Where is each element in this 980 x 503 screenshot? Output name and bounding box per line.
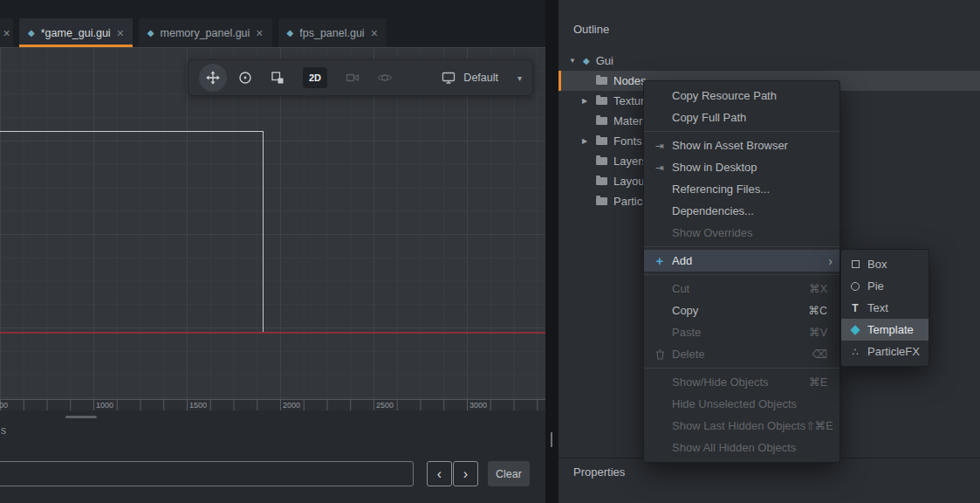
camera-perspective-button bbox=[339, 64, 367, 92]
close-icon[interactable]: × bbox=[371, 27, 378, 39]
display-icon bbox=[441, 70, 456, 86]
orbit-camera-button bbox=[371, 64, 399, 92]
close-icon[interactable]: × bbox=[3, 27, 10, 39]
ruler-tick-label: 3000 bbox=[469, 401, 487, 410]
folder-icon bbox=[596, 77, 607, 85]
submenu-item-text[interactable]: T Text bbox=[841, 297, 929, 319]
desktop-icon: ⇥ bbox=[652, 162, 668, 173]
console-panel: s ‹ › Clear bbox=[0, 410, 545, 503]
rotate-icon bbox=[237, 70, 253, 86]
tab-fps-panel[interactable]: ◆ fps_panel.gui × bbox=[278, 18, 387, 47]
ruler-tick-label: 2000 bbox=[283, 401, 300, 410]
menu-item-show-last-hidden-objects: Show Last Hidden Objects ⇧⌘E bbox=[644, 415, 840, 437]
shortcut-label: ⌘X bbox=[809, 282, 827, 295]
menu-item-show-in-desktop[interactable]: ⇥ Show in Desktop bbox=[644, 156, 840, 178]
shortcut-label: ⇧⌘E bbox=[805, 419, 833, 432]
move-tool-button[interactable] bbox=[199, 64, 227, 92]
layout-selected-value: Default bbox=[463, 72, 498, 84]
tree-label: Nodes bbox=[613, 74, 647, 87]
menu-item-hide-unselected-objects: Hide Unselected Objects bbox=[644, 393, 840, 415]
rotate-tool-button[interactable] bbox=[231, 64, 259, 92]
layout-dropdown[interactable]: Default ▾ bbox=[441, 70, 522, 86]
folder-icon bbox=[596, 177, 607, 185]
clear-button[interactable]: Clear bbox=[488, 461, 530, 486]
outline-item-gui[interactable]: ▼ ◆ Gui bbox=[559, 51, 980, 71]
menu-label: Text bbox=[867, 301, 888, 314]
submenu-item-box[interactable]: Box bbox=[841, 253, 929, 275]
expand-triangle-icon[interactable]: ▼ bbox=[569, 57, 583, 65]
scene-viewport[interactable]: 2D Default ▾ bbox=[0, 47, 545, 410]
menu-label: Copy bbox=[672, 304, 698, 317]
menu-item-copy-full-path[interactable]: Copy Full Path bbox=[644, 107, 840, 128]
menu-label: Show All Hidden Objects bbox=[672, 441, 796, 454]
splitter-handle[interactable] bbox=[551, 432, 552, 447]
x-axis-line bbox=[0, 332, 545, 334]
scale-tool-button[interactable] bbox=[264, 64, 291, 92]
folder-icon bbox=[596, 97, 607, 105]
menu-label: Delete bbox=[672, 348, 705, 361]
menu-label: Show Last Hidden Objects bbox=[672, 419, 805, 432]
menu-label: Pie bbox=[867, 279, 884, 293]
close-icon[interactable]: × bbox=[256, 27, 263, 39]
console-filter-input[interactable] bbox=[0, 461, 414, 486]
folder-icon bbox=[596, 197, 607, 205]
gui-file-icon: ◆ bbox=[287, 29, 294, 38]
gui-bounds-rect bbox=[0, 131, 264, 333]
folder-icon bbox=[596, 117, 607, 125]
scrollbar-handle[interactable] bbox=[65, 416, 97, 418]
2d-mode-toggle[interactable]: 2D bbox=[303, 67, 327, 88]
console-partial-tab-label: s bbox=[1, 424, 6, 437]
tab-hidden-partial[interactable]: × bbox=[0, 18, 13, 47]
gui-file-icon: ◆ bbox=[28, 29, 35, 38]
menu-label: Dependencies... bbox=[672, 204, 754, 217]
outline-panel-title: Outline bbox=[573, 23, 609, 36]
menu-label: Template bbox=[867, 323, 914, 336]
menu-item-dependencies[interactable]: Dependencies... bbox=[644, 200, 840, 222]
menu-item-referencing-files[interactable]: Referencing Files... bbox=[644, 178, 840, 200]
tab-game-gui[interactable]: ◆ *game_gui.gui × bbox=[19, 18, 133, 47]
close-icon[interactable]: × bbox=[117, 27, 124, 39]
menu-label: Show in Desktop bbox=[672, 161, 757, 174]
shortcut-label: ⌘E bbox=[809, 376, 827, 389]
tab-label: *game_gui.gui bbox=[41, 27, 111, 39]
menu-label: Hide Unselected Objects bbox=[672, 397, 797, 410]
menu-label: Referencing Files... bbox=[672, 183, 770, 196]
menu-label: Cut bbox=[672, 282, 689, 295]
context-menu: Copy Resource Path Copy Full Path ⇥ Show… bbox=[643, 80, 840, 463]
submenu-arrow-icon: › bbox=[828, 254, 833, 268]
next-match-button[interactable]: › bbox=[453, 461, 478, 486]
menu-item-copy-resource-path[interactable]: Copy Resource Path bbox=[644, 85, 840, 107]
ruler-tick-label: 500 bbox=[0, 401, 8, 410]
menu-item-show-hide-objects: Show/Hide Objects ⌘E bbox=[644, 371, 840, 393]
menu-item-show-in-asset-browser[interactable]: ⇥ Show in Asset Browser bbox=[644, 134, 840, 156]
scale-icon bbox=[270, 70, 285, 86]
menu-label: Show in Asset Browser bbox=[672, 139, 788, 152]
prev-match-button[interactable]: ‹ bbox=[427, 461, 452, 486]
collapse-triangle-icon[interactable]: ▶ bbox=[582, 97, 596, 105]
tree-label: Fonts bbox=[613, 134, 642, 148]
menu-item-add[interactable]: + Add › bbox=[644, 250, 840, 272]
submenu-item-pie[interactable]: Pie bbox=[841, 275, 929, 297]
submenu-item-template[interactable]: Template bbox=[841, 319, 929, 341]
menu-item-show-all-hidden-objects: Show All Hidden Objects bbox=[644, 437, 840, 458]
tab-bar: × ◆ *game_gui.gui × ◆ memory_panel.gui ×… bbox=[0, 0, 545, 47]
menu-separator bbox=[644, 246, 840, 247]
menu-label: Box bbox=[867, 258, 887, 271]
move-icon bbox=[205, 70, 221, 86]
menu-item-paste: Paste ⌘V bbox=[644, 321, 840, 343]
tree-label: Gui bbox=[596, 54, 613, 67]
tab-memory-panel[interactable]: ◆ memory_panel.gui × bbox=[139, 18, 272, 47]
submenu-item-particlefx[interactable]: ∴ ParticleFX bbox=[841, 341, 929, 362]
ruler-tick-label: 1500 bbox=[189, 401, 207, 410]
menu-label: Show/Hide Objects bbox=[672, 376, 769, 389]
collapse-triangle-icon[interactable]: ▶ bbox=[582, 137, 596, 145]
menu-label: Show Overrides bbox=[672, 226, 752, 239]
shortcut-label: ⌫ bbox=[812, 348, 827, 361]
camera-icon bbox=[345, 70, 360, 86]
gui-node-icon: ◆ bbox=[583, 57, 590, 65]
particlefx-icon: ∴ bbox=[848, 347, 862, 357]
menu-item-copy[interactable]: Copy ⌘C bbox=[644, 300, 840, 321]
template-icon bbox=[848, 327, 862, 334]
menu-separator bbox=[644, 274, 840, 275]
orbit-icon bbox=[377, 70, 393, 86]
